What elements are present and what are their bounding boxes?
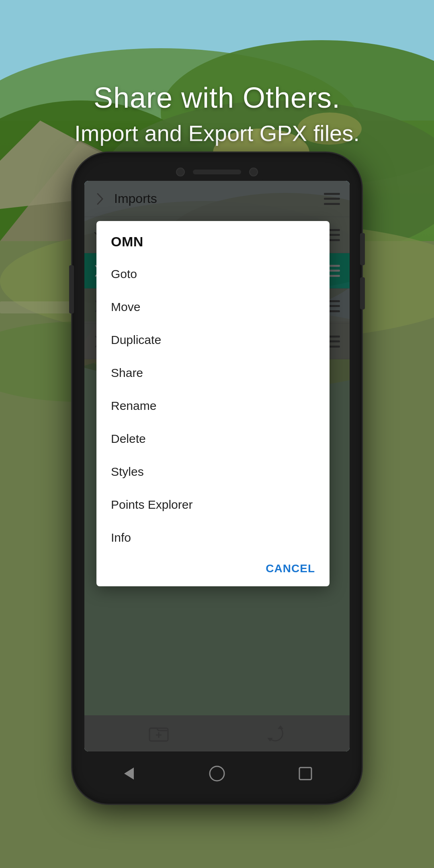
phone-screen: Imports Long Distance Paths <box>84 181 350 751</box>
dialog-item-move[interactable]: Move <box>96 291 330 323</box>
phone-device: Imports Long Distance Paths <box>72 153 362 804</box>
earpiece-speaker <box>193 170 241 174</box>
volume-up-button[interactable] <box>360 233 365 265</box>
svg-rect-27 <box>299 768 311 780</box>
svg-marker-25 <box>124 768 134 780</box>
svg-point-26 <box>210 766 224 781</box>
dialog-title: OMN <box>96 221 330 258</box>
dialog-cancel-button[interactable]: CANCEL <box>266 562 315 575</box>
dialog-item-share[interactable]: Share <box>96 356 330 389</box>
dialog-item-styles[interactable]: Styles <box>96 455 330 488</box>
home-nav-button[interactable] <box>203 760 231 788</box>
dialog-cancel-row: CANCEL <box>96 554 330 586</box>
dialog-overlay[interactable]: OMN Goto Move Duplicate Share Rename Del… <box>84 181 350 751</box>
dialog-item-rename[interactable]: Rename <box>96 389 330 422</box>
back-nav-button[interactable] <box>115 760 143 788</box>
dialog-item-info[interactable]: Info <box>96 521 330 554</box>
dialog-item-goto[interactable]: Goto <box>96 258 330 291</box>
power-button[interactable] <box>69 265 74 313</box>
header-title-line1: Share with Others. <box>0 80 434 115</box>
phone-notch <box>165 164 269 180</box>
volume-down-button[interactable] <box>360 277 365 309</box>
front-camera <box>176 168 185 176</box>
header-section: Share with Others. Import and Export GPX… <box>0 80 434 148</box>
sensor <box>249 168 258 176</box>
header-title-line2: Import and Export GPX files. <box>0 119 434 148</box>
dialog-item-points-explorer[interactable]: Points Explorer <box>96 488 330 521</box>
context-menu-dialog: OMN Goto Move Duplicate Share Rename Del… <box>96 221 330 586</box>
dialog-item-duplicate[interactable]: Duplicate <box>96 323 330 356</box>
recents-nav-button[interactable] <box>291 760 319 788</box>
dialog-item-delete[interactable]: Delete <box>96 422 330 455</box>
phone-bottom-nav <box>84 751 350 796</box>
